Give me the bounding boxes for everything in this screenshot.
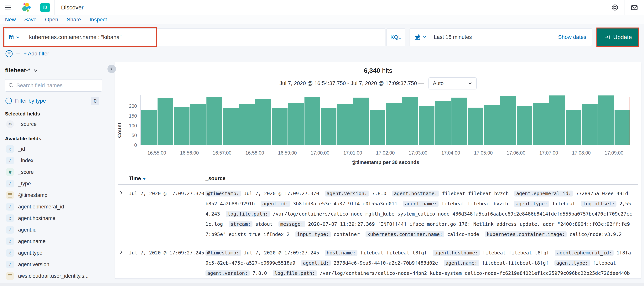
- x-axis-tick: 17:03:00: [409, 150, 427, 156]
- filter-icon[interactable]: [5, 50, 13, 58]
- sidebar-field-agent.id[interactable]: tagent.id: [5, 224, 102, 236]
- field-name: aws.cloudtrail.user_identity.s...: [18, 273, 88, 279]
- histogram-bar[interactable]: [158, 98, 173, 145]
- source-field-name: agent.id:: [301, 260, 331, 266]
- sidebar-field-_score[interactable]: #_score: [5, 166, 102, 178]
- histogram-bar[interactable]: [500, 96, 516, 145]
- mail-icon: [630, 4, 638, 11]
- show-dates-button[interactable]: Show dates: [558, 34, 592, 40]
- x-axis: 16:55:0016:56:0016:57:0016:58:0016:59:00…: [140, 150, 630, 157]
- date-picker-calendar-button[interactable]: [410, 29, 430, 46]
- histogram-plot[interactable]: [140, 95, 630, 145]
- date-picker[interactable]: Last 15 minutes Show dates: [410, 28, 592, 46]
- histogram-bar[interactable]: [255, 99, 271, 145]
- histogram-bar[interactable]: [582, 104, 598, 145]
- histogram-bar[interactable]: [354, 98, 369, 145]
- filter-by-type-button[interactable]: Filter by type 0: [5, 97, 102, 105]
- field-name: agent.id: [18, 227, 36, 233]
- time-column-header[interactable]: Time: [129, 176, 206, 182]
- newsfeed-button[interactable]: [625, 4, 644, 11]
- expand-document-icon[interactable]: [118, 188, 129, 240]
- horizontal-scrollbar[interactable]: [0, 283, 644, 286]
- document-source: @timestamp: Jul 7, 2020 @ 17:09:27.370 a…: [206, 188, 638, 240]
- share-button[interactable]: Share: [67, 16, 81, 23]
- sidebar-field-@timestamp[interactable]: @timestamp: [5, 189, 102, 201]
- selected-fields-list: </>_source: [5, 118, 102, 130]
- elastic-logo[interactable]: [16, 2, 36, 13]
- histogram-bar[interactable]: [321, 108, 336, 145]
- source-field-value: stdout: [255, 221, 273, 227]
- inspect-button[interactable]: Inspect: [90, 16, 107, 23]
- histogram-bar[interactable]: [386, 103, 402, 145]
- sidebar-field-agent.version[interactable]: tagent.version: [5, 259, 102, 270]
- histogram-bar[interactable]: [549, 95, 565, 145]
- histogram-bar[interactable]: [435, 101, 451, 145]
- help-button[interactable]: [605, 4, 624, 11]
- sidebar-field-agent.name[interactable]: tagent.name: [5, 236, 102, 247]
- query-input[interactable]: [23, 34, 385, 40]
- histogram-bar[interactable]: [402, 97, 418, 145]
- fields-sidebar: filebeat-* Filter by type 0 Selected fie…: [0, 62, 104, 286]
- expand-document-icon[interactable]: [118, 248, 129, 279]
- histogram-bar[interactable]: [566, 110, 582, 145]
- filter-icon: [5, 97, 12, 104]
- histogram-bar[interactable]: [614, 110, 630, 145]
- saved-query-menu-button[interactable]: [4, 28, 23, 46]
- save-button[interactable]: Save: [24, 16, 36, 23]
- histogram-bar[interactable]: [517, 106, 532, 145]
- histogram-bar[interactable]: [452, 98, 467, 145]
- source-field-name: log.file.path:: [273, 270, 317, 276]
- histogram-bar[interactable]: [190, 104, 206, 145]
- sidebar-field-aws.cloudtrail.user_identity.s...[interactable]: aws.cloudtrail.user_identity.s...: [5, 270, 102, 282]
- search-icon: [8, 83, 14, 88]
- sort-descending-icon: [142, 178, 146, 180]
- source-field-name: kubernetes.container.image:: [485, 231, 566, 237]
- field-name: _type: [18, 181, 31, 187]
- histogram-bar[interactable]: [598, 95, 614, 145]
- add-filter-button[interactable]: + Add filter: [24, 51, 49, 57]
- sidebar-field-_index[interactable]: t_index: [5, 155, 102, 166]
- histogram-bar[interactable]: [468, 108, 484, 145]
- field-name: agent.type: [18, 250, 42, 256]
- histogram-bar[interactable]: [484, 105, 500, 145]
- menu-hamburger-icon[interactable]: [0, 5, 16, 10]
- histogram-bar[interactable]: [239, 104, 255, 145]
- sidebar-field-agent.hostname[interactable]: tagent.hostname: [5, 213, 102, 224]
- hits-counter: 6,340 hits: [115, 67, 641, 74]
- collapse-sidebar-button[interactable]: [108, 65, 116, 73]
- open-button[interactable]: Open: [45, 16, 58, 23]
- field-type-string-icon: t: [6, 226, 14, 234]
- histogram-bar[interactable]: [533, 103, 549, 145]
- histogram-bar[interactable]: [419, 106, 434, 145]
- index-pattern-selector[interactable]: filebeat-*: [5, 67, 102, 74]
- new-button[interactable]: New: [5, 16, 16, 23]
- histogram-bar[interactable]: [337, 104, 353, 145]
- histogram-bar[interactable]: [272, 108, 288, 145]
- field-search-input[interactable]: [16, 82, 99, 88]
- sidebar-field-agent.type[interactable]: tagent.type: [5, 247, 102, 259]
- histogram-bar[interactable]: [141, 110, 157, 145]
- results-panel: 6,340 hits Jul 7, 2020 @ 16:54:37.750 - …: [115, 62, 641, 279]
- sidebar-field-_source[interactable]: </>_source: [5, 118, 102, 130]
- histogram-bar[interactable]: [223, 108, 238, 145]
- sidebar-field-_id[interactable]: t_id: [5, 143, 102, 155]
- field-type-source-icon: </>: [6, 120, 14, 128]
- y-axis-tick: 200: [129, 104, 137, 109]
- query-language-button[interactable]: KQL: [386, 28, 405, 46]
- histogram-bar[interactable]: [304, 97, 320, 145]
- save-query-icon: [8, 34, 14, 40]
- source-field-value: filebeat: [593, 260, 616, 266]
- y-axis-tick: 100: [129, 123, 137, 128]
- histogram-bar[interactable]: [288, 103, 304, 145]
- field-name: _source: [18, 121, 36, 127]
- sidebar-field-_type[interactable]: t_type: [5, 178, 102, 189]
- update-button[interactable]: Update: [598, 28, 638, 46]
- time-range-value[interactable]: Last 15 minutes: [434, 34, 472, 40]
- interval-select[interactable]: Auto: [428, 77, 477, 89]
- source-field-name: agent.hostname:: [392, 191, 439, 197]
- sidebar-field-agent.ephemeral_id[interactable]: tagent.ephemeral_id: [5, 201, 102, 213]
- x-axis-tick: 16:56:00: [180, 150, 199, 156]
- histogram-bar[interactable]: [174, 107, 190, 145]
- histogram-bar[interactable]: [206, 97, 222, 145]
- histogram-bar[interactable]: [370, 110, 386, 145]
